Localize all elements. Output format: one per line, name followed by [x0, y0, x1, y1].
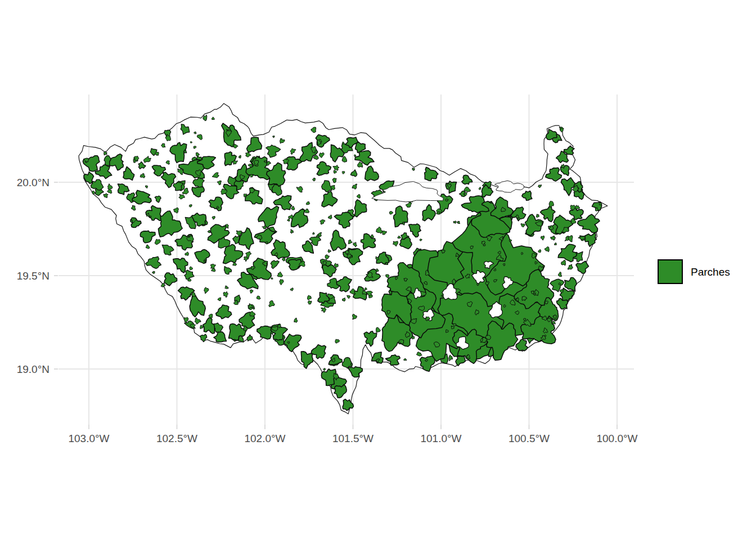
patches-layer — [83, 115, 602, 411]
patch-speckle — [194, 146, 196, 148]
patch-speckle — [311, 127, 316, 133]
patch-speckle — [238, 155, 241, 159]
patch-speckle — [538, 185, 541, 188]
patch-speckle — [313, 178, 316, 181]
patch-speckle — [412, 168, 415, 170]
patch-polygon — [328, 355, 342, 365]
patch-polygon — [195, 250, 210, 264]
patch-speckle — [358, 161, 363, 167]
patch-speckle — [248, 164, 253, 168]
patch-speckle — [256, 296, 260, 299]
patch-speckle — [190, 142, 192, 143]
patch-speckle — [289, 215, 294, 219]
patch-polygon-scatter — [247, 335, 253, 341]
patch-polygon — [216, 305, 232, 319]
patch-speckle — [313, 155, 318, 160]
patch-speckle — [223, 291, 228, 298]
patch-speckle — [521, 253, 524, 255]
ggplot-map-figure: 103.0°W102.5°W102.0°W101.5°W101.0°W100.5… — [0, 0, 756, 540]
patch-speckle — [389, 212, 393, 215]
patch-speckle — [536, 214, 539, 218]
patch-speckle — [212, 173, 219, 178]
patch-polygon — [522, 191, 532, 201]
patch-polygon-scatter — [224, 267, 232, 274]
patch-polygon — [365, 166, 379, 181]
patch-polygon-scatter — [146, 256, 161, 268]
patch-speckle — [416, 352, 422, 357]
patch-polygon — [576, 261, 589, 273]
patch-speckle — [521, 224, 525, 227]
patch-polygon-scatter — [200, 334, 207, 342]
patch-speckle — [246, 251, 251, 258]
patch-speckle — [353, 242, 357, 247]
patch-speckle — [108, 184, 112, 190]
patch-speckle — [140, 173, 145, 178]
patch-polygon — [284, 334, 302, 352]
patch-speckle — [173, 208, 178, 213]
patch-polygon — [511, 207, 526, 221]
patch-speckle — [271, 277, 273, 279]
patch-speckle — [323, 368, 326, 371]
patch-speckle — [398, 236, 400, 238]
patch-polygon — [557, 298, 568, 309]
patch-speckle — [406, 202, 412, 207]
patch-speckle — [328, 250, 331, 253]
patch-speckle — [354, 155, 356, 157]
patch-speckle — [552, 321, 556, 325]
patch-speckle — [269, 300, 275, 307]
patch-polygon — [258, 206, 279, 228]
patch-speckle — [233, 161, 238, 164]
patch-speckle — [290, 148, 296, 155]
patch-speckle — [376, 227, 383, 233]
patch-polygon — [214, 332, 227, 342]
patch-polygon — [334, 212, 353, 228]
patch-speckle — [145, 186, 147, 188]
patch-polygon — [565, 278, 577, 291]
patch-speckle — [155, 239, 160, 245]
patch-polygon — [164, 273, 177, 286]
patch-speckle — [217, 181, 221, 184]
legend-swatch-parches — [658, 259, 683, 284]
patch-speckle — [306, 202, 310, 205]
patch-polygon — [317, 161, 331, 176]
patch-speckle — [262, 226, 267, 229]
patch-speckle — [555, 243, 557, 245]
patch-speckle — [560, 289, 564, 292]
patch-polygon — [95, 165, 112, 179]
patch-speckle — [561, 260, 566, 266]
patch-speckle — [364, 288, 367, 290]
patch-speckle — [320, 220, 326, 224]
patch-polygon-scatter — [350, 170, 357, 177]
patch-speckle — [420, 239, 422, 241]
patch-speckle — [294, 318, 298, 322]
patch-speckle — [273, 136, 274, 138]
patch-speckle — [449, 355, 453, 361]
patch-speckle — [280, 138, 285, 143]
patch-polygon — [422, 205, 435, 221]
patch-speckle — [280, 280, 284, 285]
patch-speckle — [291, 206, 295, 210]
patch-speckle — [538, 250, 541, 253]
patch-speckle — [155, 152, 159, 155]
patch-polygon — [123, 166, 134, 180]
patch-polygon-scatter — [91, 179, 104, 190]
patch-speckle — [161, 283, 165, 287]
patch-polygon — [425, 167, 438, 181]
patch-polygon — [334, 385, 346, 398]
patch-polygon — [247, 137, 262, 152]
patch-speckle — [233, 144, 238, 148]
patch-polygon — [118, 184, 129, 195]
patch-polygon — [311, 345, 326, 359]
patch-speckle — [179, 195, 185, 200]
patch-speckle — [333, 165, 339, 170]
patch-polygon — [354, 200, 367, 217]
patch-speckle — [190, 267, 193, 270]
x-tick-label: 101.0°W — [420, 433, 461, 444]
patch-polygon — [546, 168, 562, 181]
patch-speckle — [558, 272, 561, 277]
patch-speckle — [304, 209, 309, 213]
patch-speckle — [152, 271, 155, 273]
patch-speckle — [568, 236, 573, 242]
patch-speckle — [321, 307, 327, 313]
patch-speckle — [204, 287, 209, 294]
